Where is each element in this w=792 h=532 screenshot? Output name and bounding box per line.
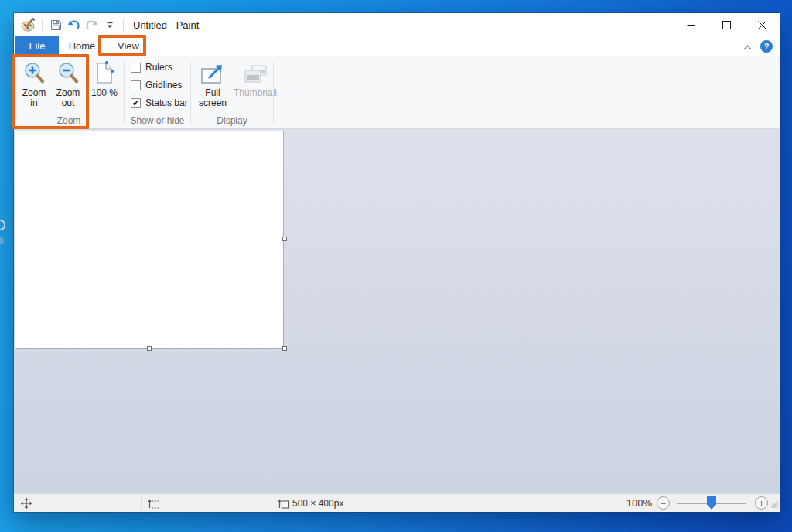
undo-icon[interactable] xyxy=(66,16,82,33)
thumbnail-label: Thumbnail xyxy=(234,88,277,98)
status-bar: 500 × 400px 100% − + xyxy=(14,493,780,512)
status-divider xyxy=(271,496,271,510)
full-screen-button[interactable]: Full screen xyxy=(194,60,231,108)
divider xyxy=(42,19,43,31)
desktop-background: Untitled - Paint File Home View xyxy=(0,0,792,532)
selection-size-icon xyxy=(147,497,160,512)
ribbon-group-divider xyxy=(273,62,274,123)
zoom-group-label: Zoom xyxy=(14,115,124,126)
window-controls xyxy=(673,13,780,36)
zoom-out-label: Zoom out xyxy=(53,88,84,108)
full-screen-label: Full screen xyxy=(194,88,231,108)
zoom-100-button[interactable]: 100 % xyxy=(88,60,121,98)
zoom-in-icon xyxy=(22,60,46,85)
status-divider xyxy=(538,496,538,510)
status-bar-checkbox[interactable]: ✔ xyxy=(131,98,141,108)
ribbon-group-zoom: Zoom in Zoom out xyxy=(14,56,124,128)
drawing-work-area[interactable] xyxy=(14,129,780,493)
ribbon-group-show-or-hide: Rulers Gridlines ✔ Status bar Show or hi… xyxy=(125,56,190,128)
image-size-icon xyxy=(277,497,290,512)
zoom-out-button[interactable]: Zoom out xyxy=(53,60,84,108)
rulers-checkbox[interactable] xyxy=(131,63,141,73)
zoom-level-readout: 100% xyxy=(621,497,652,510)
desktop-icon-fragment xyxy=(0,237,4,244)
rulers-label: Rulers xyxy=(145,62,172,73)
maximize-icon[interactable] xyxy=(708,13,744,36)
help-icon[interactable]: ? xyxy=(760,40,773,53)
zoom-out-icon xyxy=(56,60,80,85)
tab-home[interactable]: Home xyxy=(63,36,101,56)
thumbnail-button: Thumbnail xyxy=(233,60,278,98)
desktop-icon-fragment xyxy=(0,220,5,230)
redo-icon[interactable] xyxy=(84,16,100,33)
zoom-minus-icon[interactable]: − xyxy=(657,496,670,510)
status-bar-label: Status bar xyxy=(145,97,188,108)
save-icon[interactable] xyxy=(48,16,64,33)
canvas-resize-handle-right[interactable] xyxy=(282,237,287,241)
zoom-slider-thumb[interactable] xyxy=(707,496,716,510)
move-cursor-icon xyxy=(20,497,32,512)
minimize-icon[interactable] xyxy=(673,13,708,36)
zoom-in-label: Zoom in xyxy=(19,88,50,108)
status-divider xyxy=(405,496,405,510)
divider xyxy=(123,19,124,31)
checkbox-gridlines[interactable]: Gridlines xyxy=(131,80,182,90)
display-group-label: Display xyxy=(191,115,273,126)
thumbnail-icon xyxy=(242,60,268,85)
zoom-plus-icon[interactable]: + xyxy=(755,496,768,510)
checkbox-rulers[interactable]: Rulers xyxy=(131,62,172,73)
show-or-hide-group-label: Show or hide xyxy=(125,115,190,126)
gridlines-checkbox[interactable] xyxy=(131,80,141,90)
ribbon-tab-row: File Home View ? xyxy=(14,36,780,56)
ribbon-view-panel: Zoom in Zoom out xyxy=(14,56,780,129)
ribbon-group-display: Full screen Thumbnail Display xyxy=(191,56,273,128)
zoom-100-icon xyxy=(94,60,115,85)
collapse-ribbon-icon[interactable] xyxy=(743,39,752,53)
canvas-size-readout: 500 × 400px xyxy=(292,497,343,510)
tab-file[interactable]: File xyxy=(15,36,59,56)
status-divider xyxy=(141,496,142,510)
resize-grip-icon[interactable] xyxy=(771,500,778,510)
canvas-resize-handle-corner[interactable] xyxy=(282,346,287,351)
customize-qat-icon[interactable] xyxy=(101,16,118,33)
checkbox-status-bar[interactable]: ✔ Status bar xyxy=(131,97,188,108)
full-screen-icon xyxy=(200,60,226,85)
tab-view[interactable]: View xyxy=(108,36,148,56)
paint-logo-icon xyxy=(20,16,36,33)
close-icon[interactable] xyxy=(744,13,780,36)
window-title: Untitled - Paint xyxy=(133,19,199,31)
paint-window: Untitled - Paint File Home View xyxy=(14,13,780,512)
canvas-resize-handle-bottom[interactable] xyxy=(147,346,152,351)
title-bar: Untitled - Paint xyxy=(14,13,780,36)
zoom-in-button[interactable]: Zoom in xyxy=(19,60,50,108)
gridlines-label: Gridlines xyxy=(145,80,182,90)
paint-canvas[interactable] xyxy=(15,131,283,348)
zoom-100-label: 100 % xyxy=(91,88,118,98)
